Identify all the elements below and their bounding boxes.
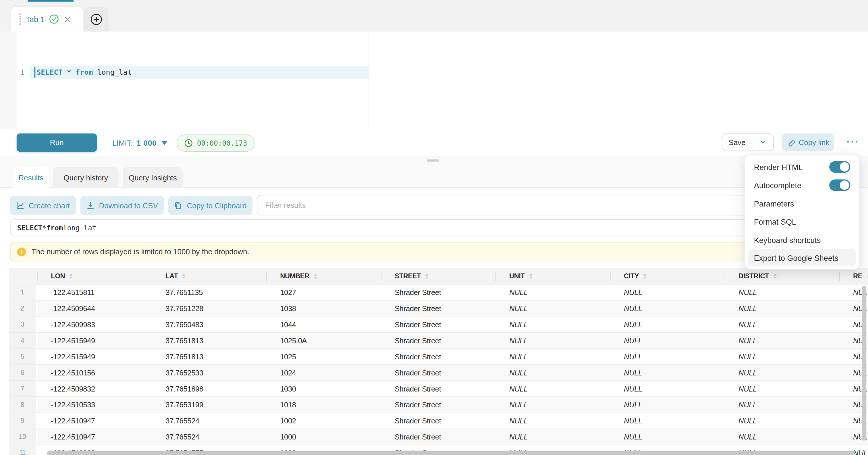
table-cell[interactable]: NULL	[495, 413, 610, 429]
table-cell[interactable]: NULL	[725, 381, 839, 396]
table-cell[interactable]: NULL	[725, 349, 839, 364]
table-cell[interactable]: 1025.0A	[266, 333, 381, 348]
table-cell[interactable]: NULL	[610, 413, 725, 429]
table-cell[interactable]: NULL	[725, 365, 839, 380]
menu-item-keyboard-shortcuts[interactable]: Keyboard shortcuts	[745, 231, 859, 249]
row-number-cell[interactable]: 7	[9, 381, 37, 396]
table-cell[interactable]: 37.765524	[152, 413, 266, 429]
download-csv-button[interactable]: Download to CSV	[80, 196, 164, 215]
table-cell[interactable]: NULL	[495, 429, 610, 445]
menu-item-export-google-sheets[interactable]: Export to Google Sheets	[748, 249, 856, 266]
table-cell[interactable]: -122.4515949	[37, 349, 152, 364]
table-cell[interactable]: -122.4510947	[37, 429, 152, 445]
save-button[interactable]: Save	[722, 134, 752, 151]
table-cell[interactable]: 1030	[266, 381, 381, 396]
table-cell[interactable]: NULL	[610, 429, 725, 445]
table-cell[interactable]: Shrader Street	[381, 349, 495, 364]
row-number-cell[interactable]: 11	[9, 445, 37, 455]
row-number-cell[interactable]: 1	[9, 285, 37, 300]
table-cell[interactable]: NULL	[725, 316, 839, 332]
table-cell[interactable]: NULL	[610, 301, 725, 316]
more-options-button[interactable]: ···	[842, 133, 863, 151]
sort-icon[interactable]	[774, 273, 777, 279]
sort-icon[interactable]	[643, 273, 647, 279]
row-number-cell[interactable]: 6	[9, 365, 37, 380]
table-cell[interactable]: NULL	[495, 365, 610, 380]
table-cell[interactable]: -122.4515949	[37, 333, 152, 348]
menu-item-parameters[interactable]: Parameters	[745, 194, 859, 213]
table-cell[interactable]: 1000	[266, 429, 381, 445]
table-cell[interactable]: NULL	[725, 301, 839, 316]
tab-query-insights[interactable]: Query Insights	[123, 167, 183, 188]
table-cell[interactable]: 37.7650483	[152, 316, 266, 332]
close-icon[interactable]	[64, 16, 71, 22]
row-number-cell[interactable]: 5	[9, 349, 37, 364]
tab-label[interactable]: Tab 1	[26, 14, 45, 24]
table-cell[interactable]: 37.7653199	[152, 397, 266, 413]
menu-item-autocomplete[interactable]: Autocomplete	[745, 176, 859, 194]
table-cell[interactable]: 1018	[266, 397, 381, 413]
row-number-cell[interactable]: 2	[9, 301, 37, 316]
limit-dropdown[interactable]: LIMIT: 1 000	[112, 129, 167, 156]
new-tab-button[interactable]	[84, 7, 108, 32]
table-cell[interactable]: 1025	[266, 349, 381, 364]
table-cell[interactable]: -122.4509644	[37, 301, 152, 316]
vertical-scrollbar[interactable]	[862, 285, 866, 441]
table-cell[interactable]: -122.4510156	[37, 365, 152, 380]
tab-query-history[interactable]: Query history	[53, 167, 118, 188]
menu-item-render-html[interactable]: Render HTML	[745, 158, 859, 176]
sort-icon[interactable]	[182, 273, 186, 279]
table-cell[interactable]: 1024	[266, 365, 381, 380]
row-number-cell[interactable]: 3	[9, 316, 37, 332]
table-cell[interactable]: 1038	[266, 301, 381, 316]
sort-icon[interactable]	[867, 273, 868, 279]
table-cell[interactable]: Shrader Street	[381, 397, 495, 413]
table-cell[interactable]: 37.7651228	[152, 301, 266, 316]
row-number-cell[interactable]: 4	[9, 333, 37, 348]
copy-clipboard-button[interactable]: Copy to Clipboard	[168, 196, 252, 215]
table-cell[interactable]: 37.7651135	[152, 285, 266, 300]
table-cell[interactable]: 37.7651813	[152, 333, 266, 348]
table-cell[interactable]: NULL	[495, 333, 610, 348]
column-header[interactable]: UNIT	[495, 268, 610, 284]
column-header[interactable]: LAT	[152, 268, 266, 284]
table-cell[interactable]: 37.765524	[152, 429, 266, 445]
drag-handle-icon[interactable]	[19, 13, 21, 25]
table-cell[interactable]: NULL	[610, 285, 725, 300]
table-cell[interactable]: Shrader Street	[381, 365, 495, 380]
create-chart-button[interactable]: Create chart	[10, 196, 76, 215]
table-cell[interactable]: Shrader Street	[381, 333, 495, 348]
tab-tab1[interactable]: Tab 1	[11, 7, 83, 32]
table-cell[interactable]: Shrader Street	[381, 381, 495, 396]
column-header[interactable]: NUMBER	[266, 268, 381, 284]
table-cell[interactable]: NULL	[495, 381, 610, 396]
sort-icon[interactable]	[314, 273, 317, 279]
table-cell[interactable]: Shrader Street	[381, 285, 495, 300]
column-header[interactable]: LON	[37, 268, 152, 284]
autocomplete-toggle-on[interactable]	[829, 179, 850, 191]
table-cell[interactable]: NULL	[610, 365, 725, 380]
table-cell[interactable]: NULL	[725, 429, 839, 445]
table-cell[interactable]: Shrader Street	[381, 413, 495, 429]
sort-icon[interactable]	[529, 273, 532, 279]
sql-code-line[interactable]: SELECT * from long_lat	[36, 66, 132, 79]
column-header[interactable]: RE	[839, 268, 868, 284]
sort-icon[interactable]	[69, 273, 73, 279]
table-cell[interactable]: 1044	[266, 316, 381, 332]
save-options-button[interactable]	[752, 134, 773, 151]
panel-resize-handle[interactable]	[427, 159, 439, 162]
row-number-cell[interactable]: 8	[9, 397, 37, 413]
row-number-cell[interactable]: 9	[9, 413, 37, 429]
table-cell[interactable]: NULL	[495, 397, 610, 413]
table-cell[interactable]: -122.4515811	[37, 285, 152, 300]
table-cell[interactable]: -122.4510947	[37, 413, 152, 429]
table-cell[interactable]: Shrader Street	[381, 429, 495, 445]
table-cell[interactable]: -122.4509983	[37, 316, 152, 332]
menu-item-format-sql[interactable]: Format SQL	[745, 213, 859, 231]
copy-link-button[interactable]: Copy link	[781, 133, 834, 151]
table-cell[interactable]: NULL	[610, 397, 725, 413]
table-cell[interactable]: NULL	[495, 349, 610, 364]
table-cell[interactable]: 1027	[266, 285, 381, 300]
table-cell[interactable]: NULL	[610, 381, 725, 396]
table-cell[interactable]: 37.7651813	[152, 349, 266, 364]
